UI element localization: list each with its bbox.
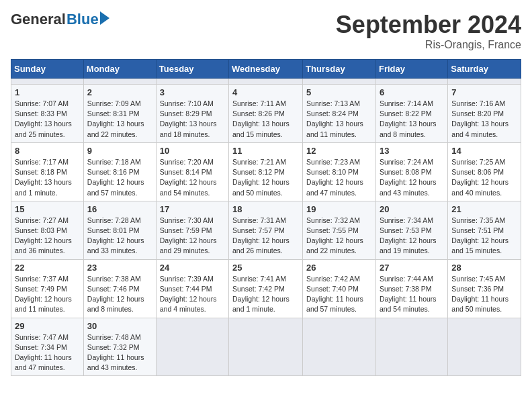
col-tuesday: Tuesday bbox=[156, 60, 228, 79]
calendar-day-cell bbox=[229, 318, 303, 376]
day-number: 13 bbox=[380, 146, 444, 156]
calendar-day-cell: 9Sunrise: 7:18 AM Sunset: 8:16 PM Daylig… bbox=[83, 142, 156, 201]
day-number: 6 bbox=[380, 87, 444, 97]
calendar-week-row: 22Sunrise: 7:37 AM Sunset: 7:49 PM Dayli… bbox=[11, 259, 521, 318]
calendar-day-cell: 12Sunrise: 7:23 AM Sunset: 8:10 PM Dayli… bbox=[303, 142, 376, 201]
calendar-day-cell: 17Sunrise: 7:30 AM Sunset: 7:59 PM Dayli… bbox=[156, 201, 228, 259]
col-wednesday: Wednesday bbox=[229, 60, 303, 79]
day-content: Sunrise: 7:39 AM Sunset: 7:44 PM Dayligh… bbox=[160, 274, 225, 315]
calendar-day-cell: 14Sunrise: 7:25 AM Sunset: 8:06 PM Dayli… bbox=[448, 142, 521, 201]
calendar-day-cell: 7Sunrise: 7:16 AM Sunset: 8:20 PM Daylig… bbox=[448, 85, 521, 143]
day-content: Sunrise: 7:18 AM Sunset: 8:16 PM Dayligh… bbox=[87, 157, 152, 198]
day-content: Sunrise: 7:23 AM Sunset: 8:10 PM Dayligh… bbox=[306, 157, 372, 198]
day-number: 22 bbox=[15, 263, 80, 273]
day-number: 25 bbox=[232, 263, 299, 273]
calendar-day-cell: 24Sunrise: 7:39 AM Sunset: 7:44 PM Dayli… bbox=[156, 259, 228, 318]
col-thursday: Thursday bbox=[303, 60, 376, 79]
calendar-location: Ris-Orangis, France bbox=[336, 39, 521, 51]
calendar-week-row: 8Sunrise: 7:17 AM Sunset: 8:18 PM Daylig… bbox=[11, 142, 521, 201]
calendar-day-cell: 28Sunrise: 7:45 AM Sunset: 7:36 PM Dayli… bbox=[448, 259, 521, 318]
calendar-day-cell: 25Sunrise: 7:41 AM Sunset: 7:42 PM Dayli… bbox=[229, 259, 303, 318]
calendar-day-cell bbox=[229, 79, 303, 85]
calendar-day-cell: 11Sunrise: 7:21 AM Sunset: 8:12 PM Dayli… bbox=[229, 142, 303, 201]
day-content: Sunrise: 7:11 AM Sunset: 8:26 PM Dayligh… bbox=[232, 99, 299, 140]
calendar-day-cell: 27Sunrise: 7:44 AM Sunset: 7:38 PM Dayli… bbox=[375, 259, 447, 318]
calendar-day-cell: 26Sunrise: 7:42 AM Sunset: 7:40 PM Dayli… bbox=[303, 259, 376, 318]
day-number: 7 bbox=[451, 87, 517, 97]
day-content: Sunrise: 7:41 AM Sunset: 7:42 PM Dayligh… bbox=[232, 274, 299, 315]
day-content: Sunrise: 7:47 AM Sunset: 7:34 PM Dayligh… bbox=[15, 332, 80, 373]
day-content: Sunrise: 7:28 AM Sunset: 8:01 PM Dayligh… bbox=[87, 216, 152, 257]
day-content: Sunrise: 7:44 AM Sunset: 7:38 PM Dayligh… bbox=[380, 274, 444, 315]
title-block: September 2024 Ris-Orangis, France bbox=[336, 11, 521, 51]
calendar-day-cell: 10Sunrise: 7:20 AM Sunset: 8:14 PM Dayli… bbox=[156, 142, 228, 201]
day-number: 27 bbox=[380, 263, 444, 273]
day-content: Sunrise: 7:42 AM Sunset: 7:40 PM Dayligh… bbox=[306, 274, 372, 315]
calendar-day-cell bbox=[303, 79, 376, 85]
calendar-day-cell: 1Sunrise: 7:07 AM Sunset: 8:33 PM Daylig… bbox=[11, 85, 84, 143]
col-saturday: Saturday bbox=[448, 60, 521, 79]
day-number: 24 bbox=[160, 263, 225, 273]
day-number: 23 bbox=[87, 263, 152, 273]
day-number: 2 bbox=[87, 87, 152, 97]
day-number: 9 bbox=[87, 146, 152, 156]
day-number: 17 bbox=[160, 204, 225, 214]
day-number: 8 bbox=[15, 146, 80, 156]
day-number: 18 bbox=[232, 204, 299, 214]
day-content: Sunrise: 7:16 AM Sunset: 8:20 PM Dayligh… bbox=[451, 99, 517, 140]
calendar-day-cell: 4Sunrise: 7:11 AM Sunset: 8:26 PM Daylig… bbox=[229, 85, 303, 143]
calendar-week-row: 1Sunrise: 7:07 AM Sunset: 8:33 PM Daylig… bbox=[11, 85, 521, 143]
day-number: 11 bbox=[232, 146, 299, 156]
calendar-day-cell: 29Sunrise: 7:47 AM Sunset: 7:34 PM Dayli… bbox=[11, 318, 84, 376]
calendar-day-cell: 5Sunrise: 7:13 AM Sunset: 8:24 PM Daylig… bbox=[303, 85, 376, 143]
col-friday: Friday bbox=[375, 60, 447, 79]
col-monday: Monday bbox=[83, 60, 156, 79]
day-number: 14 bbox=[451, 146, 517, 156]
calendar-day-cell: 16Sunrise: 7:28 AM Sunset: 8:01 PM Dayli… bbox=[83, 201, 156, 259]
day-number: 30 bbox=[87, 321, 152, 331]
calendar-day-cell: 22Sunrise: 7:37 AM Sunset: 7:49 PM Dayli… bbox=[11, 259, 84, 318]
day-content: Sunrise: 7:13 AM Sunset: 8:24 PM Dayligh… bbox=[306, 99, 372, 140]
day-content: Sunrise: 7:37 AM Sunset: 7:49 PM Dayligh… bbox=[15, 274, 80, 315]
day-number: 20 bbox=[380, 204, 444, 214]
day-number: 12 bbox=[306, 146, 372, 156]
day-content: Sunrise: 7:21 AM Sunset: 8:12 PM Dayligh… bbox=[232, 157, 299, 198]
calendar-day-cell bbox=[448, 318, 521, 376]
calendar-day-cell bbox=[375, 79, 447, 85]
day-number: 28 bbox=[451, 263, 517, 273]
day-number: 10 bbox=[160, 146, 225, 156]
day-content: Sunrise: 7:24 AM Sunset: 8:08 PM Dayligh… bbox=[380, 157, 444, 198]
calendar-day-cell bbox=[375, 318, 447, 376]
day-content: Sunrise: 7:09 AM Sunset: 8:31 PM Dayligh… bbox=[87, 99, 152, 140]
day-number: 19 bbox=[306, 204, 372, 214]
day-content: Sunrise: 7:32 AM Sunset: 7:55 PM Dayligh… bbox=[306, 216, 372, 257]
day-number: 16 bbox=[87, 204, 152, 214]
day-content: Sunrise: 7:48 AM Sunset: 7:32 PM Dayligh… bbox=[87, 332, 152, 373]
calendar-day-cell: 2Sunrise: 7:09 AM Sunset: 8:31 PM Daylig… bbox=[83, 85, 156, 143]
calendar-day-cell bbox=[448, 79, 521, 85]
day-content: Sunrise: 7:25 AM Sunset: 8:06 PM Dayligh… bbox=[451, 157, 517, 198]
calendar-day-cell bbox=[156, 318, 228, 376]
calendar-day-cell bbox=[83, 79, 156, 85]
logo: General Blue bbox=[11, 11, 109, 28]
day-content: Sunrise: 7:31 AM Sunset: 7:57 PM Dayligh… bbox=[232, 216, 299, 257]
calendar-day-cell: 15Sunrise: 7:27 AM Sunset: 8:03 PM Dayli… bbox=[11, 201, 84, 259]
calendar-day-cell: 18Sunrise: 7:31 AM Sunset: 7:57 PM Dayli… bbox=[229, 201, 303, 259]
day-content: Sunrise: 7:14 AM Sunset: 8:22 PM Dayligh… bbox=[380, 99, 444, 140]
day-number: 26 bbox=[306, 263, 372, 273]
day-content: Sunrise: 7:20 AM Sunset: 8:14 PM Dayligh… bbox=[160, 157, 225, 198]
day-content: Sunrise: 7:45 AM Sunset: 7:36 PM Dayligh… bbox=[451, 274, 517, 315]
day-number: 1 bbox=[15, 87, 80, 97]
day-number: 15 bbox=[15, 204, 80, 214]
col-sunday: Sunday bbox=[11, 60, 84, 79]
day-number: 29 bbox=[15, 321, 80, 331]
calendar-day-cell: 19Sunrise: 7:32 AM Sunset: 7:55 PM Dayli… bbox=[303, 201, 376, 259]
day-number: 3 bbox=[160, 87, 225, 97]
calendar-title: September 2024 bbox=[336, 11, 521, 39]
calendar-week-row bbox=[11, 79, 521, 85]
day-content: Sunrise: 7:17 AM Sunset: 8:18 PM Dayligh… bbox=[15, 157, 80, 198]
calendar-header-row: Sunday Monday Tuesday Wednesday Thursday… bbox=[11, 60, 521, 79]
calendar-day-cell: 23Sunrise: 7:38 AM Sunset: 7:46 PM Dayli… bbox=[83, 259, 156, 318]
day-content: Sunrise: 7:07 AM Sunset: 8:33 PM Dayligh… bbox=[15, 99, 80, 140]
day-content: Sunrise: 7:35 AM Sunset: 7:51 PM Dayligh… bbox=[451, 216, 517, 257]
